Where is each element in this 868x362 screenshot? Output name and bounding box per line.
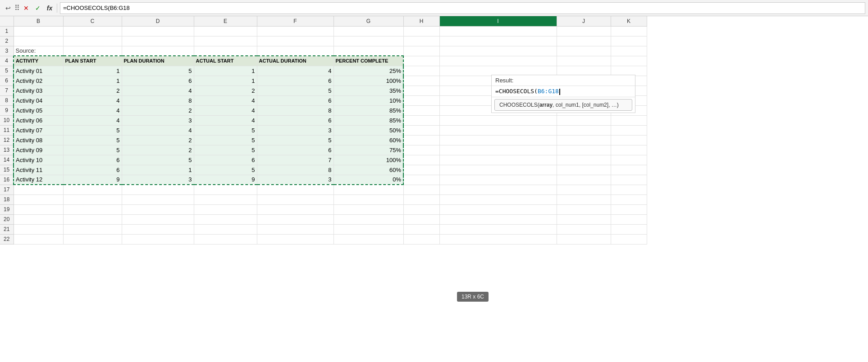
cell-r14-c0[interactable]: Activity 10 [14,155,63,165]
cell-r3-c9[interactable] [611,46,647,56]
cell-r21-c8[interactable] [557,224,611,234]
cell-r8-c2[interactable]: 8 [122,95,194,105]
cell-r10-c2[interactable]: 3 [122,115,194,125]
cell-r16-c9[interactable] [611,175,647,185]
cell-r18-c5[interactable] [333,195,403,204]
cell-r17-c0[interactable] [14,185,63,195]
col-header-f[interactable]: F [257,16,333,26]
cell-r7-c4[interactable]: 5 [257,86,333,95]
cell-r7-c1[interactable]: 2 [63,86,122,95]
cell-r3-c5[interactable] [333,46,403,56]
cell-r19-c0[interactable] [14,204,63,214]
cell-r19-c6[interactable] [403,204,439,214]
cell-r14-c2[interactable]: 5 [122,155,194,165]
cell-r9-c1[interactable]: 4 [63,105,122,115]
cell-r11-c9[interactable] [611,125,647,135]
cell-r12-c6[interactable] [403,135,439,145]
cell-r12-c2[interactable]: 2 [122,135,194,145]
cell-r22-c1[interactable] [63,234,122,244]
cell-r15-c5[interactable]: 60% [333,165,403,175]
fx-button[interactable]: fx [44,3,55,14]
cell-r7-c5[interactable]: 35% [333,86,403,95]
cell-r10-c1[interactable]: 4 [63,115,122,125]
cell-r3-c4[interactable] [257,46,333,56]
cell-r21-c9[interactable] [611,224,647,234]
cell-r12-c5[interactable]: 60% [333,135,403,145]
cell-r1-c2[interactable] [122,26,194,36]
cell-r5-c8[interactable] [557,66,611,76]
cell-r20-c9[interactable] [611,214,647,224]
cell-r12-c0[interactable]: Activity 08 [14,135,63,145]
cell-r2-c4[interactable] [257,36,333,46]
cell-r8-c1[interactable]: 4 [63,95,122,105]
cell-r20-c4[interactable] [257,214,333,224]
cell-r15-c2[interactable]: 1 [122,165,194,175]
cell-r18-c0[interactable] [14,195,63,204]
cell-r6-c3[interactable]: 1 [194,76,257,86]
cell-r22-c4[interactable] [257,234,333,244]
cell-r17-c9[interactable] [611,185,647,195]
cell-r18-c9[interactable] [611,195,647,204]
cell-r22-c8[interactable] [557,234,611,244]
cell-r22-c3[interactable] [194,234,257,244]
cell-r15-c0[interactable]: Activity 11 [14,165,63,175]
cell-r9-c5[interactable]: 85% [333,105,403,115]
cell-r5-c0[interactable]: Activity 01 [14,66,63,76]
cell-r13-c1[interactable]: 5 [63,145,122,155]
cell-r2-c1[interactable] [63,36,122,46]
cell-r1-c1[interactable] [63,26,122,36]
cell-r19-c4[interactable] [257,204,333,214]
cell-r13-c9[interactable] [611,145,647,155]
cell-r16-c1[interactable]: 9 [63,175,122,185]
cell-r16-c3[interactable]: 9 [194,175,257,185]
cell-r10-c9[interactable] [611,115,647,125]
cell-r19-c1[interactable] [63,204,122,214]
cell-r16-c6[interactable] [403,175,439,185]
cell-r21-c5[interactable] [333,224,403,234]
cell-r3-c6[interactable] [403,46,439,56]
cell-r1-c9[interactable] [611,26,647,36]
cell-r17-c3[interactable] [194,185,257,195]
cell-r19-c7[interactable] [439,204,557,214]
cell-r8-c5[interactable]: 10% [333,95,403,105]
cell-r14-c8[interactable] [557,155,611,165]
cell-r2-c2[interactable] [122,36,194,46]
cell-r10-c7[interactable] [439,115,557,125]
cell-r17-c1[interactable] [63,185,122,195]
cell-r4-c7[interactable] [439,56,557,66]
cell-r21-c0[interactable] [14,224,63,234]
formula-input[interactable] [60,3,865,14]
cell-r5-c3[interactable]: 1 [194,66,257,76]
cell-r22-c2[interactable] [122,234,194,244]
cell-r18-c2[interactable] [122,195,194,204]
cell-r14-c9[interactable] [611,155,647,165]
cell-r6-c0[interactable]: Activity 02 [14,76,63,86]
cell-r18-c4[interactable] [257,195,333,204]
cell-r13-c3[interactable]: 5 [194,145,257,155]
cell-r4-c0[interactable]: ACTIVITY [14,56,63,66]
cell-r18-c7[interactable] [439,195,557,204]
cell-r1-c6[interactable] [403,26,439,36]
col-header-g[interactable]: G [333,16,403,26]
cell-r10-c5[interactable]: 85% [333,115,403,125]
cell-r8-c6[interactable] [403,95,439,105]
cell-r17-c8[interactable] [557,185,611,195]
cell-r22-c0[interactable] [14,234,63,244]
cell-r11-c7[interactable] [439,125,557,135]
cell-r5-c2[interactable]: 5 [122,66,194,76]
cell-r20-c8[interactable] [557,214,611,224]
cell-r12-c3[interactable]: 5 [194,135,257,145]
cell-r9-c0[interactable]: Activity 05 [14,105,63,115]
confirm-button[interactable]: ✓ [32,3,43,14]
cell-r17-c2[interactable] [122,185,194,195]
cell-r15-c7[interactable] [439,165,557,175]
cell-r6-c2[interactable]: 6 [122,76,194,86]
cell-r11-c6[interactable] [403,125,439,135]
cell-r2-c5[interactable] [333,36,403,46]
cell-r2-c7[interactable] [439,36,557,46]
cell-r1-c4[interactable] [257,26,333,36]
cell-r14-c4[interactable]: 7 [257,155,333,165]
cell-r17-c6[interactable] [403,185,439,195]
cell-r9-c3[interactable]: 4 [194,105,257,115]
cell-r1-c0[interactable] [14,26,63,36]
